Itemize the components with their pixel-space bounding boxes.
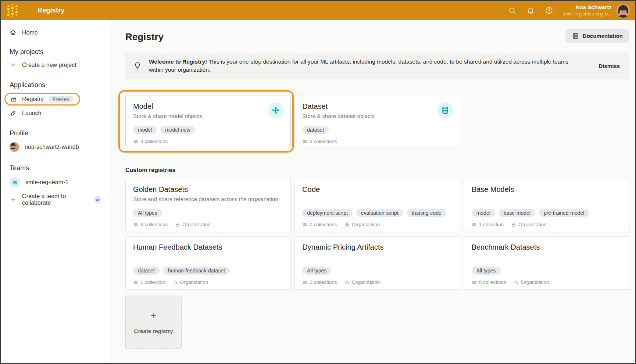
registry-card-benchmark-datasets[interactable]: Benchmark Datasets All types 0 collectio…: [464, 236, 629, 290]
sidebar-item-label: Launch: [22, 110, 42, 117]
profile-avatar: [10, 142, 19, 152]
registry-card-dynamic-pricing-artifacts[interactable]: Dynamic Pricing Artifacts All types 2 co…: [294, 236, 460, 290]
lightbulb-icon: [133, 62, 142, 70]
model-network-icon: [268, 102, 284, 118]
registry-card-human-feedback-datasets[interactable]: Human Feedback Datasets dataset human-fe…: [125, 236, 291, 290]
collections-count: 3 collections: [310, 139, 337, 144]
topbar: Registry Noa Schwartz smle-registries-bu…: [1, 1, 635, 20]
sidebar-item-launch[interactable]: Launch: [1, 107, 110, 119]
collections-count: 2 collections: [310, 279, 337, 285]
tag-pill: human-feedback-dataset: [163, 267, 230, 275]
sidebar-item-registry[interactable]: Registry Preview: [4, 93, 80, 106]
collections-count: 1 collection: [140, 279, 165, 285]
notifications-bell-icon[interactable]: [526, 6, 535, 15]
sidebar-item-team[interactable]: smle-reg-team-1: [1, 175, 110, 190]
dismiss-button[interactable]: Dismiss: [599, 63, 620, 69]
visibility-label: Organization: [180, 279, 208, 285]
registry-card-dataset[interactable]: Dataset Store & share dataset objects da…: [294, 96, 460, 147]
plus-icon: [10, 196, 17, 203]
collections-list-icon: [472, 280, 477, 285]
tag-pill: dataset: [133, 267, 160, 275]
home-icon: [10, 29, 17, 36]
user-menu[interactable]: Noa Schwartz smle-registries-bug-b...: [563, 4, 612, 17]
visibility-label: Organization: [352, 222, 380, 227]
card-subtitle: [302, 254, 452, 262]
sidebar-item-profile[interactable]: noa-schwartz-wandb: [1, 140, 110, 154]
registry-card-code[interactable]: Code deployment-script evaluation-script…: [294, 179, 460, 232]
create-registry-label: Create registry: [134, 328, 173, 334]
user-name: Noa Schwartz: [563, 4, 612, 11]
tag-pill: model: [133, 126, 157, 134]
sidebar-heading-applications: Applications: [1, 81, 110, 89]
tag-pill: model-new: [160, 126, 195, 134]
user-avatar[interactable]: [616, 4, 630, 18]
core-registries-grid: Model Store & share model objects model …: [125, 96, 629, 147]
unlock-icon: [173, 280, 178, 285]
crown-icon: [94, 196, 101, 204]
sidebar-item-create-project[interactable]: Create a new project: [1, 58, 110, 71]
tag-pill: pre-trained-model: [539, 209, 589, 217]
welcome-banner-bold: Welcome to Registry!: [149, 58, 207, 65]
tag-pill: deployment-script: [302, 209, 353, 217]
card-title: Base Models: [472, 185, 622, 194]
unlock-icon: [175, 222, 180, 227]
card-subtitle: [133, 254, 283, 262]
collections-count: 3 collections: [140, 222, 168, 227]
main-content: Registry Documentation Welcome to Reg: [110, 20, 635, 363]
tag-pill: evaluation-script: [356, 209, 403, 217]
collections-list-icon: [472, 222, 477, 227]
team-icon: [10, 177, 20, 188]
sidebar-item-label: smle-reg-team-1: [25, 179, 68, 186]
sidebar-item-home[interactable]: Home: [1, 26, 110, 39]
sidebar-item-label: noa-schwartz-wandb: [25, 144, 79, 150]
welcome-banner: Welcome to Registry! This is your one-st…: [125, 53, 629, 79]
collections-list-icon: [133, 222, 138, 227]
tag-pill: dataset: [302, 126, 329, 134]
app-window: Registry Noa Schwartz smle-registries-bu…: [0, 0, 636, 364]
notification-dot: [551, 5, 555, 8]
custom-registries-grid: Golden Datasets Store and share referenc…: [125, 179, 629, 290]
sidebar-item-label: Home: [22, 29, 38, 36]
welcome-banner-text: Welcome to Registry! This is your one-st…: [149, 58, 599, 74]
registry-grid-icon: [10, 96, 17, 103]
tag-pill: All types: [302, 267, 331, 275]
collections-list-icon: [302, 280, 307, 285]
card-title: Model: [133, 102, 283, 111]
app-title: Registry: [37, 7, 65, 14]
collections-list-icon: [302, 139, 307, 144]
documentation-button[interactable]: Documentation: [565, 29, 629, 43]
visibility-label: Organization: [521, 279, 549, 285]
card-title: Dynamic Pricing Artifacts: [302, 243, 452, 251]
sidebar-item-label: Registry: [22, 96, 44, 103]
tag-pill: All types: [133, 209, 162, 217]
card-title: Code: [302, 185, 452, 194]
sidebar-heading-teams: Teams: [1, 164, 110, 172]
create-registry-button[interactable]: + Create registry: [125, 296, 182, 349]
visibility-label: Organization: [182, 222, 211, 227]
tag-pill: base-model: [499, 209, 535, 217]
tag-pill: All types: [472, 267, 501, 275]
tag-pill: training-code: [407, 209, 446, 217]
sidebar-item-create-team[interactable]: Create a team to collaborate: [1, 190, 110, 209]
collections-count: 0 collections: [310, 222, 337, 227]
wandb-logo-icon[interactable]: [6, 3, 19, 18]
collections-count: 1 collection: [479, 222, 504, 227]
help-icon[interactable]: [544, 6, 553, 15]
unlock-icon: [511, 222, 516, 227]
database-icon: [437, 102, 453, 118]
collections-list-icon: [133, 280, 138, 285]
welcome-banner-body: This is your one-stop destination for al…: [149, 58, 568, 73]
sidebar: Home My projects Create a new project Ap…: [1, 20, 110, 363]
user-org: smle-registries-bug-b...: [563, 11, 612, 17]
card-subtitle: Store and share reference datasets acros…: [133, 196, 283, 204]
visibility-label: Organization: [518, 222, 547, 227]
collections-count: 0 collections: [479, 279, 506, 285]
sidebar-item-label: Create a team to collaborate: [22, 193, 88, 206]
card-subtitle: [472, 254, 622, 262]
search-icon[interactable]: [508, 6, 517, 15]
plus-icon: [10, 61, 17, 68]
registry-card-base-models[interactable]: Base Models model base-model pre-trained…: [464, 179, 629, 232]
registry-card-model[interactable]: Model Store & share model objects model …: [125, 96, 291, 147]
card-title: Benchmark Datasets: [472, 243, 622, 251]
registry-card-golden-datasets[interactable]: Golden Datasets Store and share referenc…: [125, 179, 291, 232]
